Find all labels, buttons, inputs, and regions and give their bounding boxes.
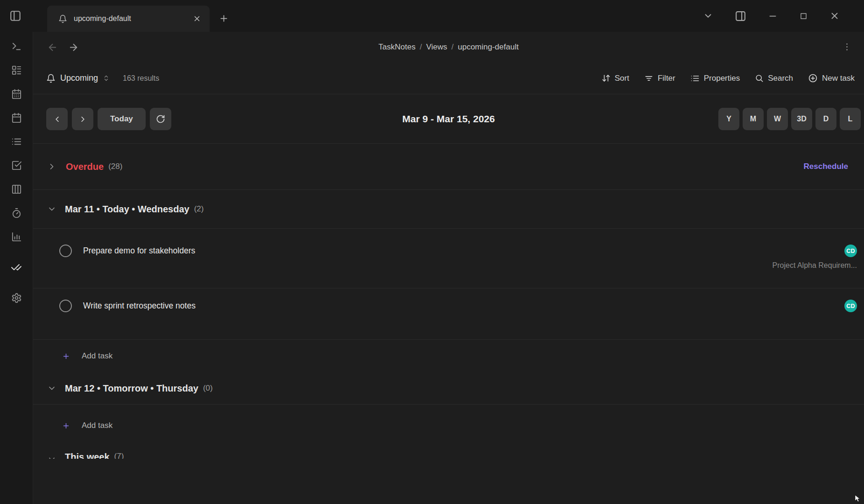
properties-button[interactable]: Properties	[690, 74, 740, 83]
calendar-view-buttons: Y M W 3D D L	[718, 108, 861, 130]
view-selector-label: Upcoming	[60, 73, 98, 83]
square-check-icon[interactable]	[11, 160, 22, 171]
add-task-plus-icon	[62, 352, 70, 360]
filter-label: Filter	[658, 74, 675, 83]
day-header-mar11[interactable]: Mar 11 • Today • Wednesday (2)	[33, 190, 864, 229]
task-card: Write sprint retrospective notes CD	[33, 288, 864, 340]
overdue-section-header: Overdue (28) Reschedule	[33, 144, 864, 190]
panel-right-toggle-icon[interactable]	[735, 10, 746, 22]
view-3day-button[interactable]: 3D	[791, 108, 812, 130]
next-week-button[interactable]	[72, 108, 93, 130]
tab-upcoming-default[interactable]: upcoming-default	[47, 6, 210, 32]
results-count: 163 results	[123, 74, 159, 83]
chevron-down-icon[interactable]	[47, 204, 56, 214]
search-label: Search	[768, 74, 793, 83]
calendar-header: Today Mar 9 - Mar 15, 2026 Y M W 3D D L	[33, 94, 864, 144]
sort-label: Sort	[615, 74, 629, 83]
properties-list-icon	[690, 74, 700, 83]
new-task-button[interactable]: New task	[808, 73, 855, 83]
task-checkbox[interactable]	[59, 300, 72, 312]
day-header-mar12[interactable]: Mar 12 • Tomorrow • Thursday (0)	[33, 372, 864, 405]
breadcrumb-views[interactable]: Views	[426, 42, 447, 51]
day-count: (2)	[194, 204, 204, 214]
day-header-this-week[interactable]: This week (7)	[33, 442, 864, 459]
view-month-button[interactable]: M	[743, 108, 764, 130]
main-pane: TaskNotes/Views/upcoming-default Upcomin…	[33, 32, 864, 504]
overdue-label: Overdue	[66, 161, 104, 172]
chevrons-up-down-icon	[103, 75, 110, 82]
chevron-down-icon[interactable]	[47, 384, 56, 393]
tab-title: upcoming-default	[74, 14, 186, 23]
view-list-button[interactable]: L	[840, 108, 861, 130]
overdue-count: (28)	[108, 162, 122, 171]
bell-icon	[46, 74, 56, 83]
day-count: (7)	[114, 452, 124, 459]
filter-button[interactable]: Filter	[644, 74, 675, 83]
minimize-icon[interactable]	[768, 11, 778, 21]
tab-close-icon[interactable]	[193, 14, 201, 23]
close-window-icon[interactable]	[829, 11, 840, 21]
view-toolbar: Upcoming 163 results Sort Filter Propert…	[33, 63, 864, 94]
sort-button[interactable]: Sort	[602, 74, 629, 83]
chevron-down-icon[interactable]	[47, 455, 56, 459]
add-task-row[interactable]: Add task	[33, 409, 864, 442]
terminal-icon[interactable]	[11, 41, 22, 52]
calendar-icon[interactable]	[11, 112, 22, 123]
breadcrumb-separator: /	[420, 42, 422, 51]
reschedule-link[interactable]: Reschedule	[804, 162, 848, 171]
prev-week-button[interactable]	[46, 108, 68, 130]
window-controls	[703, 0, 840, 32]
refresh-icon	[156, 114, 165, 124]
day-title: Mar 12 • Tomorrow • Thursday	[65, 383, 198, 394]
new-tab-icon[interactable]	[219, 14, 229, 23]
task-project-link[interactable]: Project Alpha Requirem...	[59, 261, 857, 270]
today-button[interactable]: Today	[98, 108, 146, 130]
day-count: (0)	[203, 384, 213, 393]
add-task-label: Add task	[82, 351, 112, 361]
nav-row: TaskNotes/Views/upcoming-default	[33, 32, 864, 63]
view-year-button[interactable]: Y	[718, 108, 739, 130]
calendar-days-icon[interactable]	[11, 89, 22, 99]
timer-icon[interactable]	[11, 208, 22, 218]
task-checkbox[interactable]	[59, 245, 72, 257]
add-task-label: Add task	[82, 421, 112, 430]
assignee-avatar[interactable]: CD	[844, 300, 857, 312]
tab-list-chevron-icon[interactable]	[703, 11, 713, 21]
settings-gear-icon[interactable]	[11, 293, 22, 303]
panel-left-toggle-icon[interactable]	[9, 10, 21, 22]
task-title[interactable]: Prepare demo for stakeholders	[83, 246, 195, 256]
bell-icon	[58, 14, 67, 23]
task-title[interactable]: Write sprint retrospective notes	[83, 301, 196, 311]
add-task-plus-icon	[62, 422, 70, 430]
view-week-button[interactable]: W	[767, 108, 788, 130]
breadcrumb-tasknotes[interactable]: TaskNotes	[379, 42, 415, 51]
view-day-button[interactable]: D	[815, 108, 836, 130]
calendar-nav: Today	[46, 108, 171, 130]
task-card: Prepare demo for stakeholders CD Project…	[33, 229, 864, 288]
filter-icon	[644, 74, 653, 83]
new-task-label: New task	[822, 74, 855, 83]
app-window: upcoming-default TaskN	[0, 0, 864, 504]
day-title: This week	[65, 452, 110, 459]
check-check-icon[interactable]	[11, 262, 22, 273]
search-icon	[755, 74, 764, 83]
more-options-icon[interactable]	[842, 42, 852, 52]
day-title: Mar 11 • Today • Wednesday	[65, 204, 190, 215]
agenda-content: Overdue (28) Reschedule Mar 11 • Today •…	[33, 144, 864, 459]
add-task-row[interactable]: Add task	[33, 340, 864, 372]
chevron-right-icon[interactable]	[47, 162, 56, 171]
circle-plus-icon	[808, 73, 818, 83]
list-icon[interactable]	[11, 136, 22, 147]
view-selector[interactable]: Upcoming	[46, 73, 110, 83]
layout-list-icon[interactable]	[11, 65, 22, 76]
refresh-button[interactable]	[150, 108, 171, 130]
sort-icon	[602, 74, 611, 83]
bar-chart-icon[interactable]	[11, 231, 22, 242]
search-button[interactable]: Search	[755, 74, 793, 83]
kanban-columns-icon[interactable]	[11, 184, 22, 195]
assignee-avatar[interactable]: CD	[844, 245, 857, 257]
breadcrumb-current[interactable]: upcoming-default	[458, 42, 519, 51]
title-bar: upcoming-default	[0, 0, 864, 32]
breadcrumb: TaskNotes/Views/upcoming-default	[33, 42, 864, 52]
maximize-icon[interactable]	[799, 12, 808, 21]
